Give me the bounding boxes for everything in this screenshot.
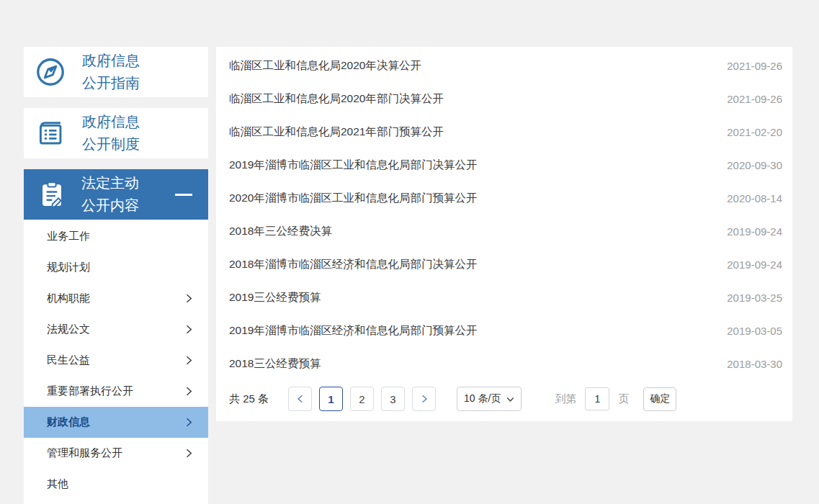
sidebar-item-other[interactable]: 其他 [24,469,208,500]
chevron-left-icon [296,395,305,403]
sidebar-item-guide[interactable]: 政府信息 公开指南 [24,47,208,97]
article-date: 2021-09-26 [727,60,782,72]
chevron-right-icon [184,325,194,334]
menu-item-label: 管理和服务公开 [47,446,122,460]
list-item: 2018年三公经费决算 2019-09-24 [216,215,792,248]
list-item: 2019年淄博市临淄区经济和信息化局部门预算公开 2019-03-05 [216,314,792,347]
article-link[interactable]: 临淄区工业和信息化局2020年部门决算公开 [229,91,444,107]
menu-item-label: 财政信息 [47,415,90,429]
page-button-3[interactable]: 3 [381,387,405,411]
article-list-panel: 临淄区工业和信息化局2020年决算公开 2021-09-26 临淄区工业和信息化… [216,47,792,421]
list-item: 2018三公经费预算 2018-03-30 [216,347,792,380]
article-date: 2019-09-24 [727,225,782,238]
goto-page-label: 到第 [555,392,576,406]
sidebar-item-livelihood[interactable]: 民生公益 [24,345,208,376]
article-date: 2018-03-30 [727,358,782,370]
sidebar-item-guide-label: 政府信息 公开指南 [82,50,140,94]
compass-icon [35,56,66,88]
sidebar-item-org-functions[interactable]: 机构职能 [24,283,208,314]
list-item: 临淄区工业和信息化局2021年部门预算公开 2021-02-20 [216,115,792,148]
list-item: 2018年淄博市临淄区经济和信息化局部门决算公开 2019-09-24 [216,248,792,281]
article-date: 2021-02-20 [727,126,782,138]
article-link[interactable]: 2019三公经费预算 [229,290,321,305]
article-date: 2020-09-30 [727,159,782,171]
sidebar-item-system[interactable]: 政府信息 公开制度 [24,108,208,158]
menu-item-label: 其他 [47,477,68,491]
goto-page-input[interactable] [585,387,609,410]
page-button-2[interactable]: 2 [350,387,374,411]
prev-page-button[interactable] [288,387,312,411]
article-link[interactable]: 2019年淄博市临淄区工业和信息化局部门决算公开 [229,158,477,173]
page-size-select[interactable]: 10 条/页 [457,387,522,411]
list-item: 2020年淄博市临淄区工业和信息化局部门预算公开 2020-08-14 [216,181,792,215]
sidebar-section-legal-disclosure[interactable]: 法定主动 公开内容 [24,169,208,220]
sidebar-section-label: 法定主动 公开内容 [81,172,175,217]
menu-item-label: 民生公益 [47,354,90,367]
sidebar-item-management-service[interactable]: 管理和服务公开 [24,438,208,469]
sidebar-item-finance-info[interactable]: 财政信息 [24,407,208,438]
book-list-icon [35,117,66,149]
menu-item-label: 法规公文 [47,323,90,336]
chevron-right-icon [184,449,194,458]
chevron-right-icon [184,387,194,396]
article-link[interactable]: 2018年淄博市临淄区经济和信息化局部门决算公开 [229,257,477,272]
article-date: 2019-03-05 [727,325,782,337]
chevron-right-icon [184,294,194,303]
sidebar-item-business-work[interactable]: 业务工作 [24,221,208,252]
menu-item-label: 机构职能 [47,292,90,305]
article-link[interactable]: 2020年淄博市临淄区工业和信息化局部门预算公开 [229,191,477,206]
article-date: 2020-08-14 [727,192,782,204]
chevron-right-icon [184,356,194,365]
page-button-1[interactable]: 1 [319,387,343,411]
chevron-right-icon [420,395,429,403]
menu-item-label: 重要部署执行公开 [47,384,133,398]
article-link[interactable]: 2018三公经费预算 [229,356,321,372]
article-date: 2019-09-24 [727,258,782,271]
sidebar-item-regulations[interactable]: 法规公文 [24,314,208,345]
clipboard-pencil-icon [37,179,67,210]
confirm-button[interactable]: 确定 [643,387,676,411]
list-item: 2019三公经费预算 2019-03-25 [216,281,792,314]
list-item: 2019年淄博市临淄区工业和信息化局部门决算公开 2020-09-30 [216,148,792,181]
sidebar-item-planning[interactable]: 规划计划 [24,252,208,283]
article-list: 临淄区工业和信息化局2020年决算公开 2021-09-26 临淄区工业和信息化… [216,47,792,380]
page-size-value: 10 条/页 [464,392,501,405]
next-page-button[interactable] [412,387,436,411]
page-unit-label: 页 [618,392,629,406]
sidebar-menu: 业务工作 规划计划 机构职能 法规公文 民生公益 重要部署执行公开 [24,220,208,504]
chevron-down-icon [506,395,514,403]
sidebar-item-system-label: 政府信息 公开制度 [82,111,140,156]
article-date: 2021-09-26 [727,93,782,105]
sidebar-item-deployment[interactable]: 重要部署执行公开 [24,376,208,407]
menu-item-label: 业务工作 [47,230,90,243]
pagination-bar: 共 25 条 1 2 3 10 条/页 到第 页 确定 [216,384,792,413]
total-count: 共 25 条 [229,392,269,406]
article-link[interactable]: 临淄区工业和信息化局2021年部门预算公开 [229,125,444,140]
article-date: 2019-03-25 [727,292,782,304]
list-item: 临淄区工业和信息化局2020年决算公开 2021-09-26 [216,49,792,82]
list-item: 临淄区工业和信息化局2020年部门决算公开 2021-09-26 [216,82,792,115]
article-link[interactable]: 2019年淄博市临淄区经济和信息化局部门预算公开 [229,323,477,338]
article-link[interactable]: 2018年三公经费决算 [229,224,332,239]
article-link[interactable]: 临淄区工业和信息化局2020年决算公开 [229,58,421,73]
sidebar: 政府信息 公开指南 政府信息 公开制度 [24,47,208,504]
minus-icon[interactable] [175,194,192,196]
menu-item-label: 规划计划 [47,261,90,274]
chevron-right-icon [184,418,194,427]
